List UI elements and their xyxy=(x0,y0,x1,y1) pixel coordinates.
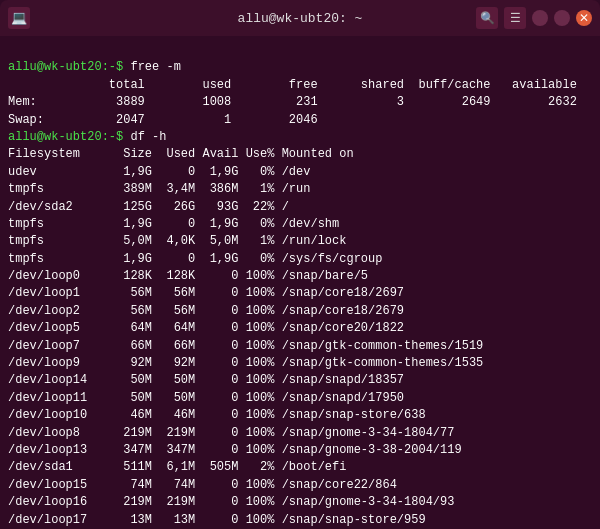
df-row-2: /dev/sda2 125G 26G 93G 22% / xyxy=(8,200,289,214)
df-row-6: /dev/loop0 128K 128K 0 100% /snap/bare/5 xyxy=(8,269,368,283)
df-row-16: /dev/loop13 347M 347M 0 100% /snap/gnome… xyxy=(8,443,462,457)
titlebar: 💻 allu@wk-ubt20: ~ 🔍 ☰ ✕ xyxy=(0,0,600,36)
df-row-1: tmpfs 389M 3,4M 386M 1% /run xyxy=(8,182,310,196)
free-header: total used free shared buff/cache availa… xyxy=(8,78,577,92)
search-button[interactable]: 🔍 xyxy=(476,7,498,29)
command-2: df -h xyxy=(130,130,166,144)
free-mem: Mem: 3889 1008 231 3 2649 2632 xyxy=(8,95,577,109)
window-title: allu@wk-ubt20: ~ xyxy=(238,11,363,26)
maximize-button[interactable] xyxy=(554,10,570,26)
df-row-17: /dev/sda1 511M 6,1M 505M 2% /boot/efi xyxy=(8,460,346,474)
df-row-9: /dev/loop5 64M 64M 0 100% /snap/core20/1… xyxy=(8,321,404,335)
prompt-symbol-2: :-$ xyxy=(102,130,131,144)
menu-button[interactable]: ☰ xyxy=(504,7,526,29)
terminal-icon: 💻 xyxy=(8,7,30,29)
prompt-1: allu@wk-ubt20 xyxy=(8,60,102,74)
df-row-0: udev 1,9G 0 1,9G 0% /dev xyxy=(8,165,310,179)
terminal-window: 💻 allu@wk-ubt20: ~ 🔍 ☰ ✕ allu@wk-ubt20:-… xyxy=(0,0,600,529)
df-row-18: /dev/loop15 74M 74M 0 100% /snap/core22/… xyxy=(8,478,397,492)
df-row-4: tmpfs 5,0M 4,0K 5,0M 1% /run/lock xyxy=(8,234,346,248)
df-row-12: /dev/loop14 50M 50M 0 100% /snap/snapd/1… xyxy=(8,373,404,387)
df-row-14: /dev/loop10 46M 46M 0 100% /snap/snap-st… xyxy=(8,408,426,422)
df-row-8: /dev/loop2 56M 56M 0 100% /snap/core18/2… xyxy=(8,304,404,318)
titlebar-left: 💻 xyxy=(8,7,30,29)
df-row-3: tmpfs 1,9G 0 1,9G 0% /dev/shm xyxy=(8,217,339,231)
df-row-15: /dev/loop8 219M 219M 0 100% /snap/gnome-… xyxy=(8,426,454,440)
titlebar-controls: 🔍 ☰ ✕ xyxy=(476,7,592,29)
df-row-11: /dev/loop9 92M 92M 0 100% /snap/gtk-comm… xyxy=(8,356,483,370)
free-swap: Swap: 2047 1 2046 xyxy=(8,113,318,127)
df-row-20: /dev/loop17 13M 13M 0 100% /snap/snap-st… xyxy=(8,513,426,527)
df-row-13: /dev/loop11 50M 50M 0 100% /snap/snapd/1… xyxy=(8,391,404,405)
terminal-body[interactable]: allu@wk-ubt20:-$ free -m total used free… xyxy=(0,36,600,529)
df-header: Filesystem Size Used Avail Use% Mounted … xyxy=(8,147,354,161)
prompt-2: allu@wk-ubt20 xyxy=(8,130,102,144)
command-1: free -m xyxy=(130,60,180,74)
df-row-7: /dev/loop1 56M 56M 0 100% /snap/core18/2… xyxy=(8,286,404,300)
df-row-10: /dev/loop7 66M 66M 0 100% /snap/gtk-comm… xyxy=(8,339,483,353)
df-row-5: tmpfs 1,9G 0 1,9G 0% /sys/fs/cgroup xyxy=(8,252,382,266)
prompt-symbol-1: :-$ xyxy=(102,60,131,74)
df-row-19: /dev/loop16 219M 219M 0 100% /snap/gnome… xyxy=(8,495,454,509)
minimize-button[interactable] xyxy=(532,10,548,26)
close-button[interactable]: ✕ xyxy=(576,10,592,26)
